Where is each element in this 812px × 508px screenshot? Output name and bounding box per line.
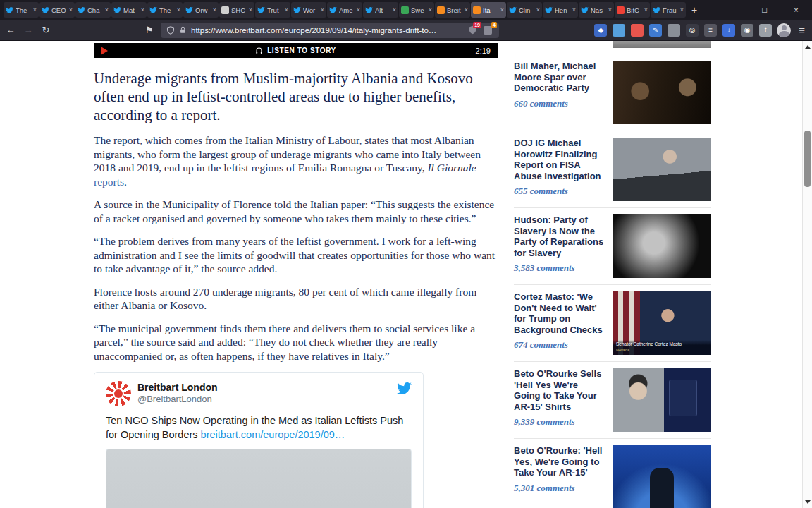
sidebar-article-thumbnail[interactable] bbox=[613, 368, 711, 432]
comment-count[interactable]: 655 comments bbox=[514, 186, 605, 197]
extension-icon[interactable]: ✎ bbox=[649, 24, 662, 37]
sidebar-article-title[interactable]: Beto O'Rourke: 'Hell Yes, We're Going to… bbox=[514, 445, 605, 478]
browser-tab[interactable]: Wor× bbox=[291, 2, 326, 18]
browser-tab[interactable]: Ita× bbox=[471, 2, 506, 18]
tab-close-icon[interactable]: × bbox=[465, 6, 468, 13]
comment-count[interactable]: 3,583 comments bbox=[514, 262, 605, 274]
tab-close-icon[interactable]: × bbox=[429, 6, 432, 13]
tab-close-icon[interactable]: × bbox=[249, 6, 252, 13]
script-blocker-icon[interactable]: 4 bbox=[482, 25, 493, 36]
scroll-up-arrow[interactable] bbox=[805, 45, 811, 49]
maximize-button[interactable]: □ bbox=[749, 0, 780, 20]
extension-icon[interactable]: t bbox=[759, 24, 772, 37]
account-avatar[interactable] bbox=[777, 23, 791, 37]
tab-close-icon[interactable]: × bbox=[644, 6, 648, 13]
browser-tab[interactable]: Hen× bbox=[543, 2, 578, 18]
reload-button[interactable]: ↻ bbox=[39, 25, 52, 35]
close-window-button[interactable]: × bbox=[780, 0, 812, 20]
browser-tab[interactable]: Orw× bbox=[183, 2, 219, 18]
comment-count[interactable]: 9,339 comments bbox=[514, 416, 605, 428]
scrollbar-thumb[interactable] bbox=[804, 131, 811, 187]
tweet-image[interactable] bbox=[106, 449, 412, 508]
browser-tab[interactable]: Clin× bbox=[507, 2, 542, 18]
extension-icon[interactable]: ≡ bbox=[704, 24, 717, 37]
extension-icon[interactable]: ◎ bbox=[686, 24, 699, 37]
tab-close-icon[interactable]: × bbox=[536, 6, 540, 13]
extension-icon[interactable] bbox=[668, 24, 680, 37]
sidebar-article-title[interactable]: Cortez Masto: 'We Don't Need to Wait' fo… bbox=[514, 291, 605, 335]
sidebar-article-title[interactable]: DOJ IG Michael Horowitz Finalizing Repor… bbox=[514, 138, 605, 181]
tab-close-icon[interactable]: × bbox=[321, 6, 324, 13]
tab-close-icon[interactable]: × bbox=[33, 6, 37, 13]
address-bar[interactable]: https://www.breitbart.com/europe/2019/09… bbox=[161, 23, 499, 38]
browser-tab[interactable]: Alt-× bbox=[363, 2, 398, 18]
tab-label: CEO bbox=[51, 6, 67, 14]
browser-tab[interactable]: CEO× bbox=[39, 2, 75, 18]
extension-icon[interactable] bbox=[631, 24, 644, 37]
adblocker-shield-icon[interactable]: 19 bbox=[467, 25, 478, 36]
sidebar-article-thumbnail[interactable] bbox=[613, 61, 711, 124]
comment-count[interactable]: 674 comments bbox=[514, 339, 605, 351]
extension-icon[interactable]: ↓ bbox=[722, 24, 735, 37]
play-button[interactable] bbox=[101, 47, 108, 55]
browser-tab[interactable]: The× bbox=[147, 2, 183, 18]
tab-close-icon[interactable]: × bbox=[105, 6, 109, 13]
tab-close-icon[interactable]: × bbox=[357, 6, 360, 13]
extension-icon[interactable]: ◉ bbox=[741, 24, 753, 37]
browser-tab[interactable]: Nas× bbox=[579, 2, 614, 18]
tab-close-icon[interactable]: × bbox=[500, 6, 504, 13]
extension-icon[interactable]: ◆ bbox=[594, 24, 607, 37]
paragraph-text: . bbox=[124, 176, 127, 188]
reports-link[interactable]: reports bbox=[94, 176, 124, 188]
sidebar-article-title[interactable]: Hudson: Party of Slavery Is Now the Part… bbox=[514, 214, 605, 258]
browser-tab[interactable]: BitC× bbox=[615, 2, 650, 18]
twitter-favicon bbox=[509, 6, 517, 14]
sidebar-article-thumbnail[interactable] bbox=[613, 445, 711, 508]
new-tab-button[interactable]: + bbox=[686, 4, 703, 16]
url-text: https://www.breitbart.com/europe/2019/09… bbox=[191, 26, 462, 35]
breitbart-london-avatar[interactable] bbox=[106, 381, 131, 406]
tweet-author-name[interactable]: Breitbart London bbox=[137, 381, 218, 394]
sidebar-article-thumbnail[interactable] bbox=[613, 138, 711, 201]
extension-icon[interactable] bbox=[613, 24, 625, 37]
sidebar-partial-thumbnail[interactable] bbox=[613, 41, 711, 48]
tab-close-icon[interactable]: × bbox=[680, 6, 684, 13]
browser-tab[interactable]: Frau× bbox=[651, 2, 686, 18]
tab-close-icon[interactable]: × bbox=[393, 6, 396, 13]
browser-tab[interactable]: Ame× bbox=[327, 2, 362, 18]
scroll-down-arrow[interactable] bbox=[805, 500, 811, 504]
tab-close-icon[interactable]: × bbox=[608, 6, 612, 13]
comment-count[interactable]: 660 comments bbox=[514, 98, 605, 109]
tweet-author-handle[interactable]: @BreitbartLondon bbox=[137, 394, 218, 404]
tab-close-icon[interactable]: × bbox=[69, 6, 73, 13]
sidebar-article-title[interactable]: Beto O'Rourke Sells 'Hell Yes We're Goin… bbox=[514, 368, 605, 412]
browser-tab[interactable]: Mat× bbox=[111, 2, 147, 18]
browser-tab[interactable]: The× bbox=[4, 2, 39, 18]
forward-button[interactable]: → bbox=[22, 25, 35, 35]
browser-tab[interactable]: Trut× bbox=[255, 2, 290, 18]
bookmark-icon[interactable]: ⚑ bbox=[143, 25, 156, 35]
tab-close-icon[interactable]: × bbox=[572, 6, 576, 13]
twitter-bird-icon[interactable] bbox=[397, 381, 412, 399]
tab-close-icon[interactable]: × bbox=[285, 6, 288, 13]
comment-count[interactable]: 5,301 comments bbox=[514, 483, 605, 494]
sidebar-article-thumbnail[interactable]: Senator Catherine Cortez Masto Nevada bbox=[613, 291, 711, 355]
tracking-protection-shield-icon[interactable] bbox=[166, 26, 175, 35]
minimize-button[interactable]: — bbox=[717, 0, 749, 20]
browser-tab[interactable]: Cha× bbox=[75, 2, 111, 18]
tab-close-icon[interactable]: × bbox=[213, 6, 216, 13]
article-paragraph: “The problem derives from many years of … bbox=[94, 234, 498, 276]
browser-tab[interactable]: Swe× bbox=[399, 2, 434, 18]
tab-close-icon[interactable]: × bbox=[141, 6, 144, 13]
lock-icon[interactable] bbox=[179, 26, 187, 34]
tab-close-icon[interactable]: × bbox=[177, 6, 180, 13]
sidebar-article-thumbnail[interactable] bbox=[613, 214, 711, 278]
browser-tab[interactable]: Breit× bbox=[435, 2, 470, 18]
back-button[interactable]: ← bbox=[4, 25, 17, 35]
tweet-link[interactable]: breitbart.com/europe/2019/09… bbox=[201, 429, 345, 440]
sidebar-article-title[interactable]: Bill Maher, Michael Moore Spar over Demo… bbox=[514, 61, 605, 94]
extension-icons-row: ◆✎◎≡↓◉t bbox=[594, 24, 772, 37]
menu-icon[interactable]: ≡ bbox=[796, 24, 808, 36]
audio-duration: 2:19 bbox=[476, 47, 491, 55]
browser-tab[interactable]: SHC× bbox=[219, 2, 254, 18]
